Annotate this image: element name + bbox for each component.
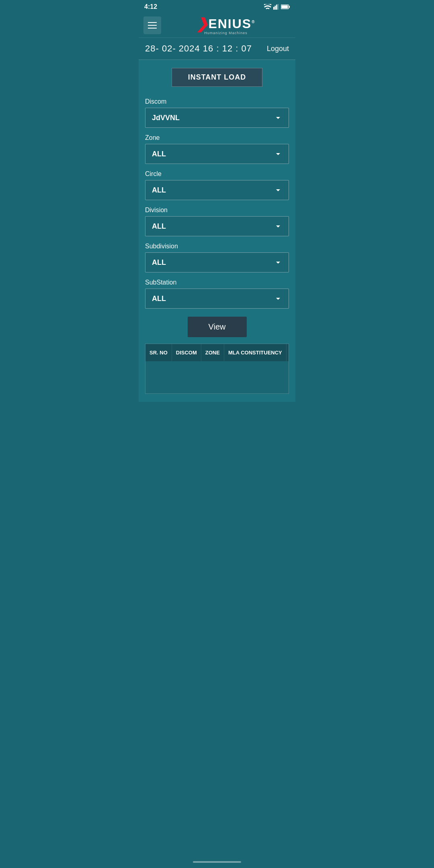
status-icons	[264, 4, 290, 10]
table-empty-cell	[145, 361, 289, 393]
svg-rect-0	[273, 7, 274, 10]
svg-rect-3	[278, 4, 279, 10]
data-table: SR. NO DISCOM ZONE MLA CONSTITUENCY DIST…	[145, 344, 289, 393]
table-header: SR. NO DISCOM ZONE MLA CONSTITUENCY DIST…	[145, 344, 289, 361]
status-time: 4:12	[144, 3, 157, 10]
instant-load-container: INSTANT LOAD	[145, 68, 289, 87]
view-button[interactable]: View	[188, 317, 247, 337]
logo: ❯ ENIUS®	[196, 16, 255, 33]
logo-container: ❯ ENIUS® Humanizing Machines	[161, 16, 291, 35]
discom-select[interactable]: JdVVNL JVVNL AVVNL	[145, 108, 289, 128]
division-label: Division	[145, 207, 289, 214]
col-sr-no: SR. NO	[145, 344, 172, 361]
subdivision-label: Subdivision	[145, 243, 289, 250]
app-header: ❯ ENIUS® Humanizing Machines	[139, 13, 295, 38]
division-select[interactable]: ALL	[145, 216, 289, 236]
logo-x-icon: ❯	[196, 16, 208, 33]
division-field-group: Division ALL	[145, 207, 289, 236]
view-button-container: View	[145, 317, 289, 337]
svg-rect-1	[275, 6, 276, 10]
datetime-display: 28- 02- 2024 16 : 12 : 07	[145, 43, 252, 54]
subdivision-select[interactable]: ALL	[145, 252, 289, 272]
hamburger-line-3	[148, 28, 157, 29]
datetime-bar: 28- 02- 2024 16 : 12 : 07 Logout	[139, 38, 295, 60]
zone-field-group: Zone ALL	[145, 134, 289, 164]
circle-field-group: Circle ALL	[145, 170, 289, 200]
svg-rect-2	[276, 4, 277, 10]
col-discom: DISCOM	[172, 344, 201, 361]
instant-load-button[interactable]: INSTANT LOAD	[172, 68, 263, 87]
signal-icon	[273, 4, 279, 10]
hamburger-line-1	[148, 22, 157, 23]
circle-label: Circle	[145, 170, 289, 178]
col-district: DISTRICT	[286, 344, 289, 361]
discom-field-group: Discom JdVVNL JVVNL AVVNL	[145, 98, 289, 128]
data-table-container: SR. NO DISCOM ZONE MLA CONSTITUENCY DIST…	[145, 344, 289, 394]
table-header-row: SR. NO DISCOM ZONE MLA CONSTITUENCY DIST…	[145, 344, 289, 361]
col-zone: ZONE	[201, 344, 224, 361]
wifi-icon	[264, 4, 271, 10]
svg-rect-6	[281, 5, 288, 8]
subdivision-field-group: Subdivision ALL	[145, 243, 289, 272]
logo-tagline: Humanizing Machines	[204, 31, 248, 35]
svg-rect-5	[289, 6, 290, 8]
table-empty-row	[145, 361, 289, 393]
logout-button[interactable]: Logout	[267, 45, 289, 53]
table-body	[145, 361, 289, 393]
substation-field-group: SubStation ALL	[145, 279, 289, 309]
circle-select[interactable]: ALL	[145, 180, 289, 200]
hamburger-button[interactable]	[143, 16, 161, 34]
logo-wrap: ❯ ENIUS® Humanizing Machines	[196, 16, 255, 35]
hamburger-line-2	[148, 25, 157, 26]
main-content: INSTANT LOAD Discom JdVVNL JVVNL AVVNL Z…	[139, 60, 295, 402]
logo-enius-text: ENIUS®	[208, 16, 255, 31]
battery-icon	[281, 4, 290, 9]
col-mla-constituency: MLA CONSTITUENCY	[224, 344, 286, 361]
substation-label: SubStation	[145, 279, 289, 286]
zone-select[interactable]: ALL	[145, 144, 289, 164]
zone-label: Zone	[145, 134, 289, 141]
discom-label: Discom	[145, 98, 289, 105]
status-bar: 4:12	[139, 0, 295, 13]
substation-select[interactable]: ALL	[145, 289, 289, 309]
